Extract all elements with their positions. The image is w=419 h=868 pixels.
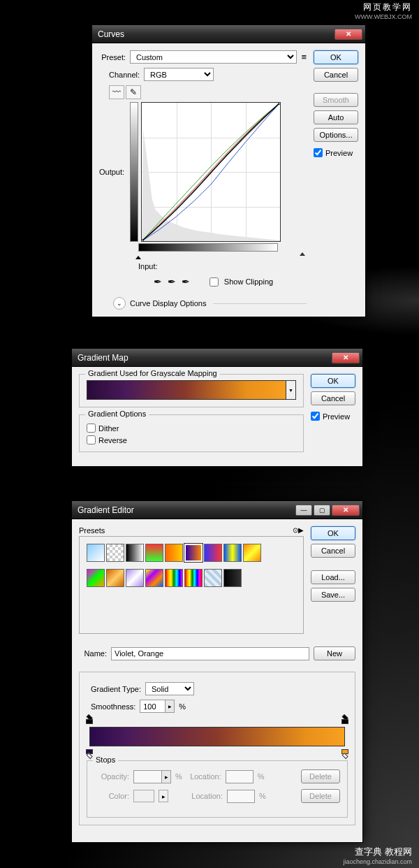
close-icon[interactable] <box>332 505 360 516</box>
svg-rect-3 <box>279 103 280 104</box>
stops-label: Stops <box>93 755 118 764</box>
close-icon[interactable] <box>332 352 360 363</box>
preset-swatch[interactable] <box>145 569 163 587</box>
gradedit-titlebar[interactable]: Gradient Editor <box>72 501 362 519</box>
show-clipping-checkbox[interactable] <box>210 277 219 287</box>
dither-checkbox[interactable] <box>87 424 96 433</box>
preset-swatch[interactable] <box>106 544 124 562</box>
curve-tool-point[interactable]: 〰 <box>109 85 124 99</box>
ok-button[interactable]: OK <box>311 526 355 540</box>
pct: % <box>258 772 265 781</box>
preset-swatch[interactable] <box>243 544 261 562</box>
eyedropper-gray-icon[interactable]: ✒ <box>168 276 176 287</box>
preset-swatch[interactable] <box>106 569 124 587</box>
preset-swatch[interactable] <box>223 544 242 562</box>
auto-button[interactable]: Auto <box>314 110 358 124</box>
ok-button[interactable]: OK <box>314 50 358 64</box>
delete-button-2: Delete <box>301 789 340 803</box>
location-label-2: Location: <box>188 792 223 800</box>
color-stop-right[interactable] <box>341 749 348 758</box>
maximize-icon[interactable] <box>314 505 330 516</box>
presets-box[interactable] <box>79 536 304 634</box>
channel-label: Channel: <box>109 71 140 79</box>
location-input-2 <box>227 790 255 803</box>
preset-swatch[interactable] <box>165 544 183 562</box>
curve-graph[interactable] <box>141 102 281 242</box>
preset-swatch[interactable] <box>204 569 222 587</box>
gradmap-titlebar[interactable]: Gradient Map <box>72 349 362 367</box>
load-button[interactable]: Load... <box>311 570 355 584</box>
watermark-bottom-line1: 查字典 教程网 <box>343 846 412 858</box>
pct: % <box>259 792 266 800</box>
input-slider-white[interactable] <box>300 252 305 256</box>
preset-swatch[interactable] <box>87 544 105 562</box>
curves-dialog: Curves Preset: Custom ≡ Channel: RGB 〰 ✎… <box>91 24 366 317</box>
output-label: Output: <box>99 168 124 176</box>
preview-checkbox[interactable] <box>314 148 323 157</box>
color-label: Color: <box>94 792 129 800</box>
watermark-bottom-line2: jiaocheng.chazidian.com <box>343 858 412 865</box>
preview-label: Preview <box>325 149 353 157</box>
location-input <box>226 770 253 783</box>
preset-menu-icon[interactable]: ≡ <box>301 52 307 62</box>
curves-titlebar[interactable]: Curves <box>92 25 365 43</box>
curves-title: Curves <box>98 29 333 39</box>
pct: % <box>175 772 182 781</box>
gradient-dropdown-icon[interactable]: ▼ <box>286 380 296 400</box>
name-label: Name: <box>79 649 107 658</box>
svg-rect-2 <box>142 240 143 241</box>
preview-checkbox[interactable] <box>311 412 320 421</box>
new-button[interactable]: New <box>314 646 355 660</box>
cancel-button[interactable]: Cancel <box>311 391 355 405</box>
cancel-button[interactable]: Cancel <box>311 544 355 558</box>
options-button[interactable]: Options... <box>314 128 358 142</box>
smoothness-label: Smoothness: <box>91 702 135 711</box>
preset-label: Preset: <box>99 53 126 62</box>
smoothness-input[interactable] <box>140 700 165 713</box>
chevron-down-icon[interactable]: ⌄ <box>113 297 126 310</box>
color-stepper: ▶ <box>159 790 168 802</box>
opacity-stop-left[interactable] <box>86 716 93 724</box>
preset-swatch[interactable] <box>184 569 203 587</box>
eyedropper-white-icon[interactable]: ✒ <box>182 276 190 287</box>
preset-select[interactable]: Custom <box>130 50 297 64</box>
preset-swatch[interactable] <box>165 569 183 587</box>
gradient-preview[interactable] <box>87 380 286 400</box>
watermark-top-line2: WWW.WEBJX.COM <box>355 13 412 20</box>
gradient-map-dialog: Gradient Map Gradient Used for Grayscale… <box>71 348 363 467</box>
presets-flyout-icon[interactable]: ⊙▶ <box>293 526 304 534</box>
gradient-edit-bar[interactable] <box>89 727 345 746</box>
preset-swatch[interactable] <box>184 544 203 562</box>
dither-label: Dither <box>98 424 119 433</box>
opacity-stop-right[interactable] <box>341 716 348 724</box>
preset-swatch[interactable] <box>87 569 105 587</box>
curve-tool-pencil[interactable]: ✎ <box>126 85 141 99</box>
watermark-top-line1: 网页教学网 <box>355 1 412 13</box>
preset-swatch[interactable] <box>126 569 144 587</box>
channel-select[interactable]: RGB <box>144 68 214 81</box>
color-well <box>133 790 154 802</box>
input-gradient <box>138 243 278 252</box>
ok-button[interactable]: OK <box>311 374 355 388</box>
eyedropper-black-icon[interactable]: ✒ <box>154 276 162 287</box>
save-button[interactable]: Save... <box>311 588 355 602</box>
gradtype-select[interactable]: Solid <box>145 682 194 695</box>
gradmap-fieldset1-title: Gradient Used for Grayscale Mapping <box>85 369 220 377</box>
smoothness-stepper[interactable]: ▶ <box>165 700 175 713</box>
preset-swatch[interactable] <box>126 544 144 562</box>
cancel-button[interactable]: Cancel <box>314 68 358 82</box>
preset-swatch[interactable] <box>204 544 222 562</box>
minimize-icon[interactable] <box>295 505 312 516</box>
pct-label: % <box>179 702 186 711</box>
name-input[interactable] <box>111 647 309 660</box>
input-slider-black[interactable] <box>135 256 141 259</box>
reverse-checkbox[interactable] <box>87 435 96 444</box>
smooth-button[interactable]: Smooth <box>314 93 358 107</box>
gradient-editor-dialog: Gradient Editor Presets ⊙▶ <box>71 500 363 843</box>
delete-button: Delete <box>301 769 340 783</box>
close-icon[interactable] <box>335 29 362 40</box>
preset-swatch[interactable] <box>223 569 242 587</box>
color-stop-left[interactable] <box>86 749 93 758</box>
presets-label: Presets <box>79 526 105 535</box>
preset-swatch[interactable] <box>145 544 163 562</box>
